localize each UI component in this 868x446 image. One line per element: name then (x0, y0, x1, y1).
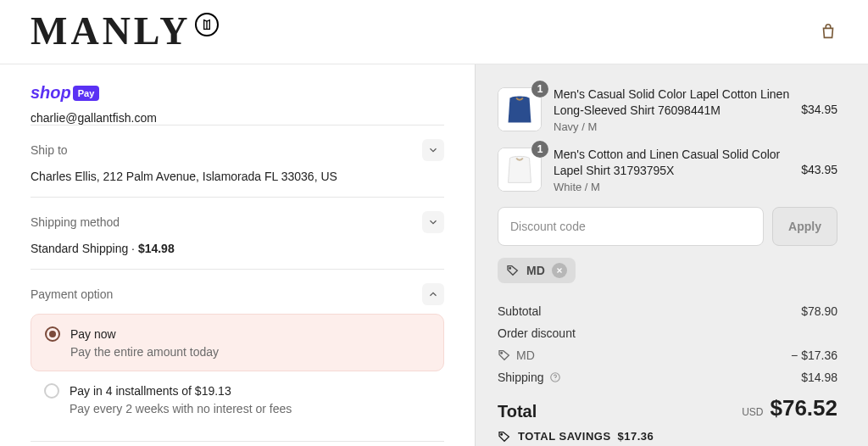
brand-name: MANLY (31, 8, 192, 53)
cart-icon[interactable] (819, 22, 837, 41)
section-payment-method: Payment method (31, 441, 444, 446)
cart-item-price: $34.95 (801, 103, 837, 116)
chevron-down-icon (427, 216, 439, 228)
cart-item-qty-badge: 1 (531, 141, 548, 158)
svg-point-6 (501, 433, 503, 435)
apply-discount-button[interactable]: Apply (772, 207, 837, 246)
summary-subtotal: Subtotal $78.90 (498, 300, 837, 322)
shipping-method-label: Shipping method (31, 215, 120, 229)
cart-item-price: $43.95 (801, 163, 837, 176)
radio-unselected-icon (44, 383, 59, 399)
close-icon (555, 266, 564, 275)
cart-item-title: Men's Casual Solid Color Lapel Cotton Li… (554, 86, 789, 119)
ship-to-toggle[interactable] (422, 139, 444, 161)
payment-option-installments[interactable]: Pay in 4 installments of $19.13 Pay ever… (31, 371, 444, 427)
shop-pay-logo[interactable]: shop Pay (31, 83, 99, 103)
ship-to-label: Ship to (31, 143, 68, 157)
cart-item-variant: White / M (554, 181, 789, 193)
chevron-down-icon (427, 144, 439, 156)
cart-item-title: Men's Cotton and Linen Casual Solid Colo… (554, 147, 789, 179)
section-ship-to: Ship to Charles Ellis, 212 Palm Avenue, … (31, 125, 444, 197)
chevron-up-icon (427, 288, 439, 300)
cart-item-variant: Navy / M (554, 120, 789, 133)
cart-item: 1 Men's Casual Solid Color Lapel Cotton … (498, 86, 837, 133)
cart-item-qty-badge: 1 (531, 81, 548, 98)
brand-logo[interactable]: MANLY (31, 8, 219, 53)
summary-shipping: Shipping $14.98 (498, 366, 837, 388)
help-icon[interactable] (549, 371, 561, 383)
order-summary: 1 Men's Casual Solid Color Lapel Cotton … (475, 64, 868, 446)
checkout-form: shop Pay charlie@gallantfish.com Ship to… (0, 64, 475, 446)
ship-to-value: Charles Ellis, 212 Palm Avenue, Islamora… (31, 170, 444, 183)
cart-item: 1 Men's Cotton and Linen Casual Solid Co… (498, 147, 837, 193)
shipping-method-value: Standard Shipping · $14.98 (31, 242, 444, 255)
tag-icon (498, 430, 511, 443)
shipping-method-toggle[interactable] (422, 211, 444, 233)
svg-point-3 (501, 352, 503, 354)
page-header: MANLY (0, 0, 868, 64)
summary-total-savings: TOTAL SAVINGS $17.36 (498, 430, 837, 443)
brand-badge-icon (195, 13, 219, 36)
summary-total: Total USD$76.52 (498, 395, 837, 421)
applied-discount-chip: MD (498, 258, 576, 283)
tag-icon (498, 348, 511, 362)
tag-icon (506, 264, 520, 277)
payment-option-toggle[interactable] (422, 283, 444, 305)
account-email: charlie@gallantfish.com (31, 111, 444, 125)
discount-code-input[interactable] (498, 207, 764, 246)
svg-point-5 (554, 379, 555, 380)
section-shipping-method: Shipping method Standard Shipping · $14.… (31, 197, 444, 269)
payment-option-pay-now[interactable]: Pay now Pay the entire amount today (31, 314, 444, 371)
section-payment-option: Payment option Pay now Pay the entire am… (31, 269, 444, 441)
summary-discount-line: MD − $17.36 (498, 344, 837, 366)
payment-option-label: Payment option (31, 287, 113, 301)
summary-order-discount-label: Order discount (498, 322, 837, 344)
svg-point-2 (509, 267, 511, 269)
remove-discount-button[interactable] (552, 263, 567, 278)
radio-selected-icon (45, 326, 60, 342)
